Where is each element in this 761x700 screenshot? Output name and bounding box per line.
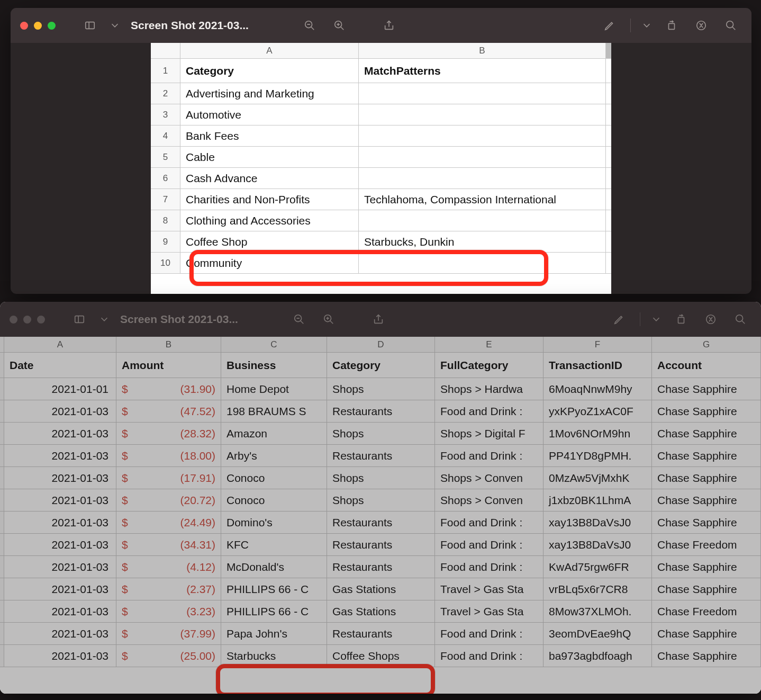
row-stub[interactable] bbox=[0, 467, 4, 489]
fullcategory-cell[interactable]: Food and Drink : bbox=[435, 623, 543, 644]
category-cell[interactable]: Restaurants bbox=[327, 511, 435, 533]
category-cell[interactable]: Charities and Non-Profits bbox=[180, 189, 359, 210]
category-cell[interactable]: Restaurants bbox=[327, 623, 435, 644]
zoom-out-icon[interactable] bbox=[288, 308, 310, 330]
txid-cell[interactable]: ba973agbdfoagh bbox=[543, 645, 652, 667]
header-fullcategory[interactable]: FullCategory bbox=[435, 353, 543, 378]
row-stub[interactable] bbox=[0, 556, 4, 578]
account-cell[interactable]: Chase Freedom bbox=[652, 600, 761, 622]
category-cell[interactable]: Restaurants bbox=[327, 556, 435, 578]
close-button[interactable] bbox=[10, 316, 17, 324]
match-cell[interactable] bbox=[359, 104, 606, 125]
account-cell[interactable]: Chase Freedom bbox=[652, 534, 761, 555]
category-cell[interactable]: Shops bbox=[327, 378, 435, 400]
account-cell[interactable]: Chase Sapphire bbox=[652, 400, 761, 422]
column-header-b[interactable]: B bbox=[359, 43, 606, 58]
date-cell[interactable]: 2021-01-03 bbox=[4, 600, 116, 622]
column-header-a[interactable]: A bbox=[4, 337, 116, 352]
fullcategory-cell[interactable]: Food and Drink : bbox=[435, 556, 543, 578]
category-cell[interactable]: Restaurants bbox=[327, 445, 435, 466]
match-cell[interactable] bbox=[359, 253, 606, 273]
date-cell[interactable]: 2021-01-03 bbox=[4, 511, 116, 533]
amount-cell[interactable]: $(3.23) bbox=[116, 600, 221, 622]
fullcategory-cell[interactable]: Shops > Digital F bbox=[435, 423, 543, 444]
column-header-d[interactable]: D bbox=[327, 337, 435, 352]
amount-cell[interactable]: $(20.72) bbox=[116, 489, 221, 511]
amount-cell[interactable]: $(47.52) bbox=[116, 400, 221, 422]
row-number[interactable]: 6 bbox=[151, 168, 180, 189]
business-cell[interactable]: PHILLIPS 66 - C bbox=[221, 600, 327, 622]
amount-cell[interactable]: $(37.99) bbox=[116, 623, 221, 644]
search-icon[interactable] bbox=[729, 308, 751, 330]
row-stub[interactable] bbox=[0, 578, 4, 600]
info-icon[interactable] bbox=[700, 308, 722, 330]
category-cell[interactable]: Cash Advance bbox=[180, 168, 359, 189]
date-cell[interactable]: 2021-01-03 bbox=[4, 400, 116, 422]
row-number[interactable]: 7 bbox=[151, 189, 180, 210]
column-header-e[interactable]: E bbox=[435, 337, 543, 352]
txid-cell[interactable]: xay13B8DaVsJ0 bbox=[543, 534, 652, 555]
header-date[interactable]: Date bbox=[4, 353, 116, 378]
category-cell[interactable]: Advertising and Marketing bbox=[180, 83, 359, 104]
header-amount[interactable]: Amount bbox=[116, 353, 221, 378]
date-cell[interactable]: 2021-01-03 bbox=[4, 578, 116, 600]
match-cell[interactable] bbox=[359, 147, 606, 167]
titlebar[interactable]: Screen Shot 2021-03... bbox=[11, 8, 751, 43]
fullcategory-cell[interactable]: Shops > Conven bbox=[435, 467, 543, 489]
date-cell[interactable]: 2021-01-03 bbox=[4, 467, 116, 489]
date-cell[interactable]: 2021-01-03 bbox=[4, 623, 116, 644]
row-number[interactable]: 3 bbox=[151, 104, 180, 125]
sidebar-toggle-icon[interactable] bbox=[68, 308, 90, 330]
category-cell[interactable]: Coffee Shop bbox=[180, 231, 359, 252]
column-header-f[interactable]: F bbox=[543, 337, 652, 352]
row-stub[interactable] bbox=[0, 423, 4, 444]
rotate-icon[interactable] bbox=[660, 14, 683, 37]
account-cell[interactable]: Chase Sapphire bbox=[652, 511, 761, 533]
amount-cell[interactable]: $(31.90) bbox=[116, 378, 221, 400]
minimize-button[interactable] bbox=[23, 316, 31, 324]
sidebar-menu-chevron-icon[interactable] bbox=[98, 308, 111, 330]
match-cell[interactable] bbox=[359, 125, 606, 146]
category-cell[interactable]: Cable bbox=[180, 147, 359, 167]
txid-cell[interactable]: PP41YD8gPMH. bbox=[543, 445, 652, 466]
titlebar[interactable]: Screen Shot 2021-03... bbox=[0, 302, 761, 337]
date-cell[interactable]: 2021-01-03 bbox=[4, 534, 116, 555]
account-cell[interactable]: Chase Sapphire bbox=[652, 489, 761, 511]
column-header-b[interactable]: B bbox=[116, 337, 221, 352]
row-stub[interactable] bbox=[0, 400, 4, 422]
fullcategory-cell[interactable]: Shops > Conven bbox=[435, 489, 543, 511]
date-cell[interactable]: 2021-01-03 bbox=[4, 645, 116, 667]
markup-icon[interactable] bbox=[608, 308, 630, 330]
amount-cell[interactable]: $(34.31) bbox=[116, 534, 221, 555]
account-cell[interactable]: Chase Sapphire bbox=[652, 423, 761, 444]
fullcategory-cell[interactable]: Shops > Hardwa bbox=[435, 378, 543, 400]
account-cell[interactable]: Chase Sapphire bbox=[652, 467, 761, 489]
business-cell[interactable]: Domino's bbox=[221, 511, 327, 533]
account-cell[interactable]: Chase Sapphire bbox=[652, 578, 761, 600]
account-cell[interactable]: Chase Sapphire bbox=[652, 645, 761, 667]
row-number[interactable]: 10 bbox=[151, 253, 180, 273]
row-stub[interactable] bbox=[0, 511, 4, 533]
category-cell[interactable]: Automotive bbox=[180, 104, 359, 125]
account-cell[interactable]: Chase Sapphire bbox=[652, 623, 761, 644]
row-stub[interactable] bbox=[0, 353, 4, 378]
match-cell[interactable]: Techlahoma, Compassion International bbox=[359, 189, 606, 210]
category-cell[interactable]: Restaurants bbox=[327, 400, 435, 422]
txid-cell[interactable]: 8Mow37XLMOh. bbox=[543, 600, 652, 622]
category-cell[interactable]: Coffee Shops bbox=[327, 645, 435, 667]
txid-cell[interactable]: yxKPyoZ1xAC0F bbox=[543, 400, 652, 422]
fullcategory-cell[interactable]: Food and Drink : bbox=[435, 400, 543, 422]
markup-menu-chevron-icon[interactable] bbox=[650, 308, 663, 330]
txid-cell[interactable]: xay13B8DaVsJ0 bbox=[543, 511, 652, 533]
markup-icon[interactable] bbox=[599, 14, 621, 37]
minimize-button[interactable] bbox=[34, 22, 42, 30]
column-header-g[interactable]: G bbox=[652, 337, 761, 352]
header-account[interactable]: Account bbox=[652, 353, 761, 378]
row-stub[interactable] bbox=[0, 645, 4, 667]
fullcategory-cell[interactable]: Food and Drink : bbox=[435, 445, 543, 466]
zoom-button[interactable] bbox=[48, 22, 56, 30]
category-cell[interactable]: Bank Fees bbox=[180, 125, 359, 146]
business-cell[interactable]: Arby's bbox=[221, 445, 327, 466]
amount-cell[interactable]: $(2.37) bbox=[116, 578, 221, 600]
date-cell[interactable]: 2021-01-03 bbox=[4, 445, 116, 466]
